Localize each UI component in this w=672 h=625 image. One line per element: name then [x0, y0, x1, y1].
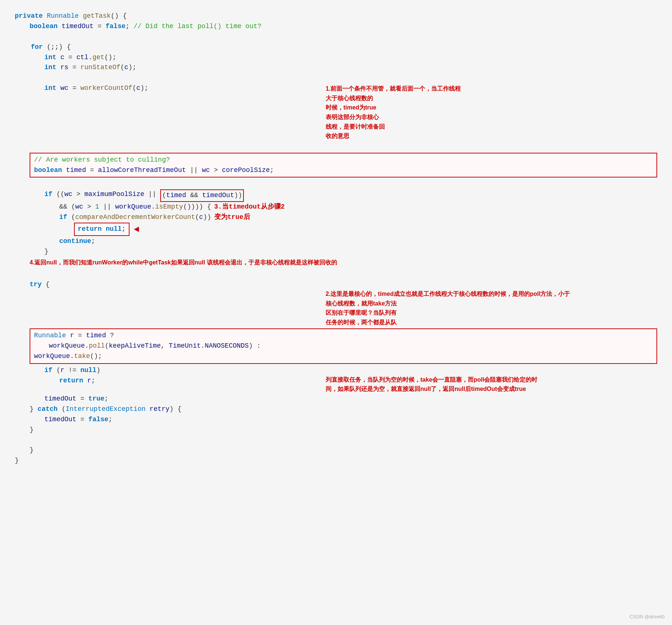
code-line-24: } — [15, 425, 657, 435]
anno-4: 2.这里是最核心的，timed成立也就是工作线程大于核心线程数的时候，是用的po… — [326, 291, 570, 325]
code-col-if: if ((wc > maximumPoolSize || (timed && t… — [15, 189, 318, 257]
code-line-9: if ((wc > maximumPoolSize || (timed && t… — [15, 189, 318, 202]
code-line-4: int c = ctl.get(); — [15, 53, 657, 63]
empty-3 — [15, 141, 657, 151]
timed-box: // Are workers subject to culling? boole… — [30, 153, 657, 178]
code-line-18: workQueue.take(); — [34, 351, 653, 362]
comment-2: // Are workers subject to culling? — [34, 155, 170, 165]
code-line-23: timedOut = false; — [15, 415, 657, 425]
code-line-12: return null; ◄ — [15, 223, 318, 236]
anno-1: 1.前面一个条件不用管，就看后面一个，当工作线程 大于核心线程数的 时候，tim… — [318, 83, 657, 141]
anno-3: 4.返回null，而我们知道runWorker的while中getTask如果返… — [30, 258, 657, 267]
type-runnable: Runnable — [47, 11, 83, 21]
code-line-19: if (r != null) — [15, 365, 318, 376]
code-line-3: for (;;) { — [15, 42, 657, 53]
var-timedOut: timedOut — [61, 21, 97, 32]
code-line-17: workQueue.poll(keepAliveTime, TimeUnit.N… — [34, 341, 653, 351]
anno-4-text: 2.这里是最核心的，timed成立也就是工作线程大于核心线程数的时候，是用的po… — [318, 280, 657, 327]
code-line-7: // Are workers subject to culling? — [34, 155, 653, 165]
code-line-22: } catch (InterruptedException retry) { — [15, 404, 657, 415]
runnable-box-block: Runnable r = timed ? workQueue.poll(keep… — [30, 328, 657, 364]
fn-getTask: getTask — [83, 11, 111, 21]
empty-4 — [15, 179, 657, 189]
arrow-left: ◄ — [134, 223, 139, 236]
anno-inline-3a: 3.当timedout从步骤2 — [214, 202, 285, 212]
watermark: CSDN @driveli0 — [629, 613, 665, 621]
code-line-8: boolean timed = allowCoreThreadTimeOut |… — [34, 165, 653, 176]
return-null-box: return null; — [74, 223, 130, 236]
runnable-box: Runnable r = timed ? workQueue.poll(keep… — [30, 328, 657, 364]
code-line-11: if (compareAndDecrementWorkerCount(c)) 变… — [15, 212, 318, 223]
anno-inline-3b: 变为true后 — [214, 212, 250, 223]
row-wc: int wc = workerCountOf(c); 1.前面一个条件不用管，就… — [15, 83, 657, 141]
code-block: private Runnable getTask() { boolean tim… — [15, 11, 657, 466]
code-line-26: } — [15, 456, 657, 466]
code-col-try: try { — [15, 280, 318, 290]
kw-int3: int — [44, 83, 60, 94]
kw-int2: int — [44, 62, 60, 73]
timed-box-inline: (timed && timedOut)) — [160, 189, 244, 202]
code-line-14: } — [15, 247, 318, 257]
anno-5-text: 列直接取任务，当队列为空的时候，take会一直阻塞，而poll会阻塞我们给定的时… — [318, 365, 657, 394]
empty-2 — [15, 73, 657, 83]
anno-5: 列直接取任务，当队列为空的时候，take会一直阻塞，而poll会阻塞我们给定的时… — [326, 376, 537, 392]
code-line-25: } — [15, 445, 657, 456]
kw-false: false — [105, 21, 125, 32]
empty-1 — [15, 32, 657, 42]
code-line-2: boolean timedOut = false; // Did the las… — [15, 21, 657, 32]
code-line-13: continue; — [15, 236, 318, 247]
kw-boolean: boolean — [30, 21, 61, 32]
code-line-15: try { — [15, 280, 318, 290]
row-try: try { 2.这里是最核心的，timed成立也就是工作线程大于核心线程数的时候… — [15, 280, 657, 327]
kw-int1: int — [44, 53, 60, 63]
timed-box-block: // Are workers subject to culling? boole… — [30, 153, 657, 178]
code-line-20: return r; — [15, 376, 318, 386]
empty-6 — [15, 435, 657, 445]
code-line-1: private Runnable getTask() { — [15, 11, 657, 21]
punc: () { — [111, 11, 127, 21]
code-line-16: Runnable r = timed ? — [34, 331, 653, 341]
op-eq: = — [98, 21, 106, 32]
code-line-6: int wc = workerCountOf(c); — [15, 83, 318, 94]
code-line-10: && (wc > 1 || workQueue.isEmpty()))) { 3… — [15, 202, 318, 212]
row-if-r: if (r != null) return r; 列直接取任务，当队列为空的时候… — [15, 365, 657, 394]
row-if-timed: if ((wc > maximumPoolSize || (timed && t… — [15, 189, 657, 257]
code-line-21: timedOut = true; — [15, 394, 657, 404]
code-col-if-r: if (r != null) return r; — [15, 365, 318, 386]
code-col-wc: int wc = workerCountOf(c); — [15, 83, 318, 94]
comment-1: // Did the last poll() time out? — [134, 21, 262, 32]
kw-for: for — [15, 42, 47, 53]
empty-5 — [15, 270, 657, 280]
keyword-private: private — [15, 11, 47, 21]
code-line-5: int rs = runStateOf(c); — [15, 62, 657, 73]
